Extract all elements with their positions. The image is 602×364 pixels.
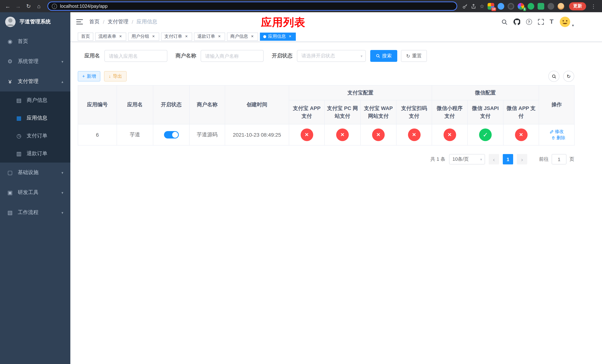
chevron-down-icon: ▾: [62, 191, 63, 195]
address-bar[interactable]: i localhost:1024/pay/app: [47, 1, 457, 11]
sidebar-item-system[interactable]: ⚙ 系统管理 ▾: [0, 52, 70, 72]
search-icon: [376, 54, 380, 58]
next-page-button[interactable]: ›: [517, 154, 527, 164]
extension-blue-icon[interactable]: [498, 3, 504, 10]
goto-page-input[interactable]: [552, 154, 567, 164]
github-icon[interactable]: [513, 19, 520, 25]
tab-pay-order[interactable]: 支付订单 ×: [161, 32, 192, 41]
profile-avatar-icon[interactable]: [558, 3, 564, 10]
password-key-icon[interactable]: [462, 3, 468, 9]
extension-green-icon[interactable]: [527, 3, 534, 10]
col-app-name: 应用名: [117, 85, 153, 124]
close-icon[interactable]: ×: [118, 34, 123, 39]
chevron-down-icon: ▾: [62, 171, 63, 175]
tab-process-form[interactable]: 流程表单 ×: [95, 32, 126, 41]
sidebar-item-merchant-info[interactable]: ▤ 商户信息: [0, 91, 70, 109]
breadcrumb-home[interactable]: 首页: [89, 19, 100, 25]
extension-gray-icon[interactable]: [548, 3, 554, 10]
tab-app-info[interactable]: 应用信息 ×: [260, 32, 296, 41]
font-size-icon[interactable]: T: [550, 18, 553, 26]
tab-label: 退款订单: [197, 33, 215, 40]
browser-back-icon[interactable]: ←: [3, 1, 13, 11]
browser-reload-icon[interactable]: ↻: [24, 1, 33, 11]
status-toggle[interactable]: [164, 131, 179, 139]
share-icon[interactable]: [471, 3, 476, 9]
cell-app-name: 芋道: [117, 124, 153, 145]
tab-home[interactable]: 首页: [78, 32, 93, 41]
close-icon[interactable]: ×: [288, 34, 292, 39]
site-info-icon[interactable]: i: [52, 3, 57, 9]
tab-label: 流程表单: [98, 33, 116, 40]
close-icon[interactable]: ×: [250, 34, 255, 39]
flow-icon: ▧: [7, 209, 13, 216]
cell-actions: 修改 删除: [539, 124, 574, 145]
search-button[interactable]: 搜索: [370, 50, 397, 62]
sidebar-item-payment[interactable]: ¥ 支付管理 ▴: [0, 72, 70, 91]
col-alipay-qr: 支付宝扫码支付: [396, 100, 432, 124]
sidebar-item-pay-order[interactable]: ◷ 支付订单: [0, 127, 70, 145]
refresh-icon: ↻: [406, 53, 410, 59]
page-size-select[interactable]: 10条/页 ▾: [449, 154, 485, 164]
cell-app-id: 6: [78, 124, 117, 145]
sidebar-item-label: 首页: [18, 38, 28, 45]
sidebar-toggle-icon[interactable]: [76, 19, 83, 24]
bookmark-star-icon[interactable]: ☆: [480, 3, 484, 9]
tab-refund-order[interactable]: 退款订单 ×: [194, 32, 225, 41]
sidebar-item-refund-order[interactable]: ▥ 退款订单: [0, 145, 70, 162]
app-name-input[interactable]: [104, 50, 167, 62]
page-size-value: 10条/页: [452, 156, 469, 162]
add-button[interactable]: + 新增: [78, 71, 100, 81]
refresh-table-button[interactable]: ↻: [563, 71, 574, 82]
delete-button[interactable]: 删除: [551, 135, 565, 141]
edit-button[interactable]: 修改: [550, 128, 564, 135]
sidebar-item-home[interactable]: ◉ 首页: [0, 32, 70, 52]
page-number-button[interactable]: 1: [503, 154, 513, 164]
dashboard-icon: ◉: [7, 38, 13, 45]
sidebar-item-infrastructure[interactable]: ▢ 基础设施 ▾: [0, 162, 70, 182]
tab-user-group[interactable]: 用户分组 ×: [128, 32, 159, 41]
export-button[interactable]: ↓ 导出: [104, 71, 127, 81]
tab-label: 商户信息: [230, 33, 248, 40]
col-merchant-name: 商户名称: [189, 85, 225, 124]
extension-wheel-icon[interactable]: 1: [517, 3, 524, 10]
yen-icon: ¥: [7, 78, 13, 85]
user-menu[interactable]: ▾: [559, 16, 574, 27]
fullscreen-icon[interactable]: [538, 19, 544, 25]
browser-home-icon[interactable]: ⌂: [34, 1, 44, 11]
prev-page-button[interactable]: ‹: [489, 154, 499, 164]
table-toolbar: + 新增 ↓ 导出 ↻: [78, 71, 574, 82]
browser-menu-icon[interactable]: ⋮: [589, 3, 598, 9]
search-icon[interactable]: [501, 19, 507, 25]
sidebar-item-dev-tools[interactable]: ▣ 研发工具 ▾: [0, 182, 70, 203]
extension-grid-icon[interactable]: 10: [488, 3, 494, 10]
clock-icon: ◷: [16, 133, 22, 139]
browser-update-button[interactable]: 更新: [569, 2, 586, 10]
status-select[interactable]: 请选择开启状态 ▾: [297, 50, 366, 62]
browser-forward-icon[interactable]: →: [13, 1, 23, 11]
extension-dark-icon[interactable]: [508, 3, 514, 10]
caret-down-icon: ▾: [480, 157, 482, 161]
show-search-button[interactable]: [548, 71, 559, 82]
download-icon: ↓: [109, 74, 111, 79]
reset-button[interactable]: ↻ 重置: [401, 50, 427, 62]
sidebar-item-label: 商户信息: [27, 97, 47, 104]
cell-wx-jsapi: ✓: [467, 124, 503, 145]
help-icon[interactable]: ?: [526, 19, 532, 25]
close-icon[interactable]: ×: [151, 34, 156, 39]
cell-alipay-wap: ×: [360, 124, 396, 145]
merchant-name-input[interactable]: [201, 50, 264, 62]
sidebar-item-workflow[interactable]: ▧ 工作流程 ▾: [0, 203, 70, 223]
sidebar-item-label: 工作流程: [18, 209, 39, 216]
col-wx-mini: 微信小程序支付: [432, 100, 467, 124]
close-icon[interactable]: ×: [184, 34, 189, 39]
col-alipay-app: 支付宝 APP 支付: [289, 100, 324, 124]
tab-merchant-info[interactable]: 商户信息 ×: [227, 32, 258, 41]
extension-green-square-icon[interactable]: [538, 3, 544, 10]
sidebar-item-app-info[interactable]: ▦ 应用信息: [0, 109, 70, 127]
breadcrumb-payment[interactable]: 支付管理: [108, 19, 129, 25]
close-icon[interactable]: ×: [217, 34, 222, 39]
gear-icon: ⚙: [7, 58, 13, 65]
tab-label: 首页: [81, 33, 90, 40]
export-button-label: 导出: [113, 73, 122, 79]
url-text[interactable]: localhost:1024/pay/app: [60, 3, 108, 9]
